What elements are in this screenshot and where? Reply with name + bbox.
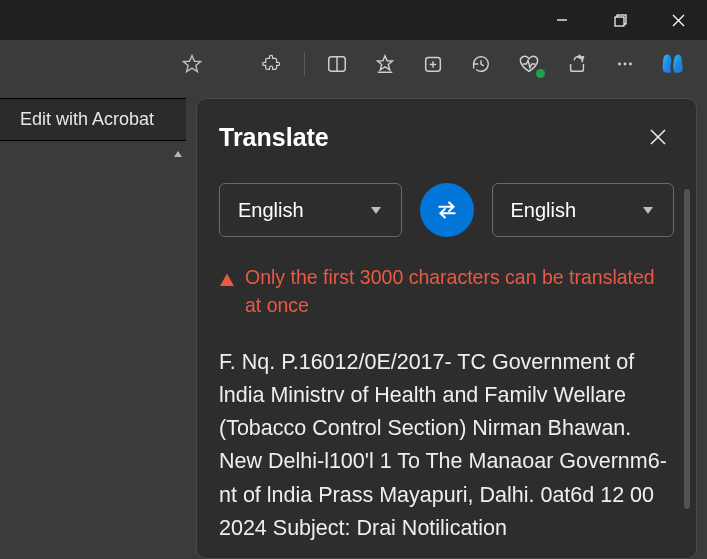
edit-with-acrobat-button[interactable]: Edit with Acrobat (0, 98, 186, 141)
svg-point-15 (629, 63, 632, 66)
favorites-list-icon[interactable] (363, 44, 407, 84)
split-screen-icon[interactable] (315, 44, 359, 84)
svg-marker-8 (377, 56, 392, 70)
panel-scrollbar[interactable] (684, 189, 690, 509)
window-close-button[interactable] (649, 0, 707, 40)
history-icon[interactable] (459, 44, 503, 84)
svg-rect-2 (615, 17, 624, 26)
favorite-star-icon[interactable] (170, 44, 214, 84)
browser-toolbar (0, 40, 707, 88)
source-language-select[interactable]: English (219, 183, 402, 237)
collections-icon[interactable] (411, 44, 455, 84)
chevron-down-icon (641, 199, 655, 222)
svg-point-13 (618, 63, 621, 66)
svg-marker-22 (643, 207, 653, 214)
svg-marker-19 (371, 207, 381, 214)
warning-text: Only the first 3000 characters can be tr… (245, 263, 674, 320)
chevron-down-icon (369, 199, 383, 222)
toolbar-separator (304, 52, 305, 76)
svg-marker-5 (183, 56, 200, 72)
svg-marker-16 (174, 151, 182, 157)
warning-icon (219, 267, 235, 295)
copilot-icon[interactable] (651, 44, 695, 84)
translate-panel: Translate English (196, 98, 697, 559)
svg-marker-23 (220, 274, 234, 287)
window-titlebar (0, 0, 707, 40)
browser-health-icon[interactable] (507, 44, 551, 84)
svg-point-14 (624, 63, 627, 66)
extensions-icon[interactable] (250, 44, 294, 84)
translated-body-text: F. Nq. P.16012/0E/2017- TC Government of… (219, 346, 674, 546)
swap-languages-button[interactable] (420, 183, 474, 237)
target-language-label: English (511, 199, 577, 222)
source-language-label: English (238, 199, 304, 222)
scroll-up-arrow-icon[interactable] (169, 145, 186, 162)
share-icon[interactable] (555, 44, 599, 84)
target-language-select[interactable]: English (492, 183, 675, 237)
edit-with-acrobat-label: Edit with Acrobat (20, 109, 154, 130)
window-minimize-button[interactable] (533, 0, 591, 40)
warning-message: Only the first 3000 characters can be tr… (219, 263, 674, 320)
more-icon[interactable] (603, 44, 647, 84)
window-maximize-button[interactable] (591, 0, 649, 40)
document-toolbar-strip: Edit with Acrobat (0, 88, 186, 559)
close-icon[interactable] (642, 121, 674, 153)
translate-panel-title: Translate (219, 123, 329, 152)
